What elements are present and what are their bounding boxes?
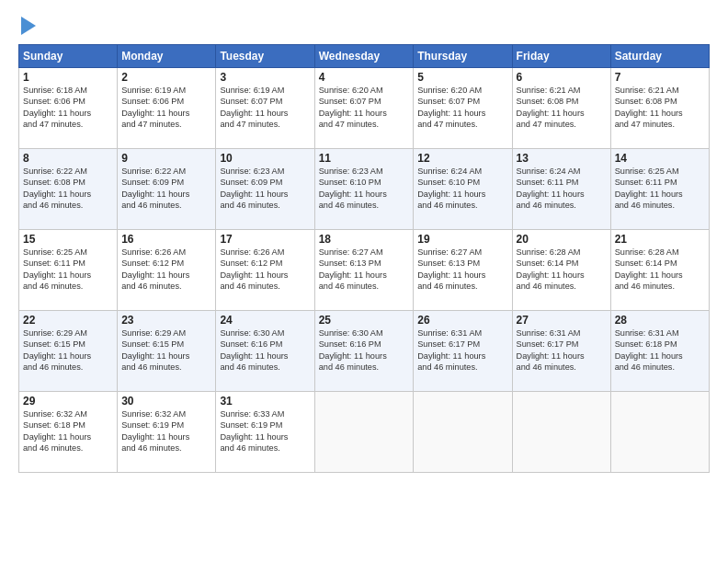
day-info: Sunrise: 6:29 AM Sunset: 6:15 PM Dayligh…: [23, 327, 113, 373]
day-number: 31: [220, 395, 310, 408]
day-info: Sunrise: 6:28 AM Sunset: 6:14 PM Dayligh…: [615, 247, 705, 293]
calendar-cell: 1Sunrise: 6:18 AM Sunset: 6:06 PM Daylig…: [19, 68, 118, 149]
logo: [18, 17, 36, 35]
day-number: 16: [121, 233, 211, 246]
day-number: 13: [517, 152, 607, 165]
day-number: 24: [220, 314, 310, 327]
calendar-cell: 2Sunrise: 6:19 AM Sunset: 6:06 PM Daylig…: [118, 68, 216, 149]
day-number: 14: [615, 152, 705, 165]
calendar-cell: [512, 392, 610, 473]
header: [18, 17, 710, 35]
day-info: Sunrise: 6:32 AM Sunset: 6:19 PM Dayligh…: [121, 408, 211, 454]
calendar-cell: 13Sunrise: 6:24 AM Sunset: 6:11 PM Dayli…: [512, 149, 610, 230]
weekday-tuesday: Tuesday: [216, 45, 314, 68]
day-number: 15: [23, 233, 113, 246]
calendar-cell: 26Sunrise: 6:31 AM Sunset: 6:17 PM Dayli…: [414, 311, 512, 392]
calendar-cell: 25Sunrise: 6:30 AM Sunset: 6:16 PM Dayli…: [314, 311, 414, 392]
weekday-saturday: Saturday: [610, 45, 709, 68]
week-row-3: 15Sunrise: 6:25 AM Sunset: 6:11 PM Dayli…: [19, 230, 710, 311]
day-number: 5: [417, 71, 507, 84]
week-row-2: 8Sunrise: 6:22 AM Sunset: 6:08 PM Daylig…: [19, 149, 710, 230]
day-info: Sunrise: 6:23 AM Sunset: 6:10 PM Dayligh…: [319, 166, 410, 212]
calendar-cell: 11Sunrise: 6:23 AM Sunset: 6:10 PM Dayli…: [314, 149, 414, 230]
week-row-5: 29Sunrise: 6:32 AM Sunset: 6:18 PM Dayli…: [19, 392, 710, 473]
calendar-cell: 22Sunrise: 6:29 AM Sunset: 6:15 PM Dayli…: [19, 311, 118, 392]
calendar-cell: 16Sunrise: 6:26 AM Sunset: 6:12 PM Dayli…: [118, 230, 216, 311]
calendar-cell: 9Sunrise: 6:22 AM Sunset: 6:09 PM Daylig…: [118, 149, 216, 230]
day-number: 18: [319, 233, 410, 246]
day-info: Sunrise: 6:27 AM Sunset: 6:13 PM Dayligh…: [417, 247, 507, 293]
day-number: 10: [220, 152, 310, 165]
weekday-sunday: Sunday: [19, 45, 118, 68]
day-info: Sunrise: 6:26 AM Sunset: 6:12 PM Dayligh…: [220, 247, 310, 293]
calendar-cell: 19Sunrise: 6:27 AM Sunset: 6:13 PM Dayli…: [414, 230, 512, 311]
day-info: Sunrise: 6:28 AM Sunset: 6:14 PM Dayligh…: [517, 247, 607, 293]
weekday-thursday: Thursday: [414, 45, 512, 68]
weekday-friday: Friday: [512, 45, 610, 68]
day-number: 17: [220, 233, 310, 246]
day-number: 2: [121, 71, 211, 84]
weekday-monday: Monday: [118, 45, 216, 68]
day-info: Sunrise: 6:22 AM Sunset: 6:08 PM Dayligh…: [23, 166, 113, 212]
calendar-cell: 29Sunrise: 6:32 AM Sunset: 6:18 PM Dayli…: [19, 392, 118, 473]
day-info: Sunrise: 6:21 AM Sunset: 6:08 PM Dayligh…: [517, 85, 607, 131]
week-row-4: 22Sunrise: 6:29 AM Sunset: 6:15 PM Dayli…: [19, 311, 710, 392]
calendar-cell: 10Sunrise: 6:23 AM Sunset: 6:09 PM Dayli…: [216, 149, 314, 230]
calendar-cell: 7Sunrise: 6:21 AM Sunset: 6:08 PM Daylig…: [610, 68, 709, 149]
calendar-cell: 30Sunrise: 6:32 AM Sunset: 6:19 PM Dayli…: [118, 392, 216, 473]
day-info: Sunrise: 6:33 AM Sunset: 6:19 PM Dayligh…: [220, 408, 310, 454]
day-number: 23: [121, 314, 211, 327]
calendar-cell: 14Sunrise: 6:25 AM Sunset: 6:11 PM Dayli…: [610, 149, 709, 230]
day-info: Sunrise: 6:27 AM Sunset: 6:13 PM Dayligh…: [319, 247, 410, 293]
day-number: 4: [319, 71, 410, 84]
calendar-cell: 18Sunrise: 6:27 AM Sunset: 6:13 PM Dayli…: [314, 230, 414, 311]
calendar-cell: [610, 392, 709, 473]
day-number: 30: [121, 395, 211, 408]
day-number: 7: [615, 71, 705, 84]
weekday-header-row: SundayMondayTuesdayWednesdayThursdayFrid…: [19, 45, 710, 68]
calendar-cell: 6Sunrise: 6:21 AM Sunset: 6:08 PM Daylig…: [512, 68, 610, 149]
day-number: 27: [517, 314, 607, 327]
day-number: 11: [319, 152, 410, 165]
calendar-cell: 21Sunrise: 6:28 AM Sunset: 6:14 PM Dayli…: [610, 230, 709, 311]
calendar-cell: 28Sunrise: 6:31 AM Sunset: 6:18 PM Dayli…: [610, 311, 709, 392]
calendar-cell: [314, 392, 414, 473]
day-info: Sunrise: 6:20 AM Sunset: 6:07 PM Dayligh…: [417, 85, 507, 131]
day-number: 19: [417, 233, 507, 246]
weekday-wednesday: Wednesday: [314, 45, 414, 68]
day-number: 3: [220, 71, 310, 84]
day-number: 1: [23, 71, 113, 84]
day-number: 8: [23, 152, 113, 165]
calendar-cell: 17Sunrise: 6:26 AM Sunset: 6:12 PM Dayli…: [216, 230, 314, 311]
day-info: Sunrise: 6:22 AM Sunset: 6:09 PM Dayligh…: [121, 166, 211, 212]
day-number: 26: [417, 314, 507, 327]
calendar-cell: 4Sunrise: 6:20 AM Sunset: 6:07 PM Daylig…: [314, 68, 414, 149]
calendar-cell: 8Sunrise: 6:22 AM Sunset: 6:08 PM Daylig…: [19, 149, 118, 230]
day-info: Sunrise: 6:31 AM Sunset: 6:18 PM Dayligh…: [615, 327, 705, 373]
day-info: Sunrise: 6:24 AM Sunset: 6:11 PM Dayligh…: [517, 166, 607, 212]
day-info: Sunrise: 6:30 AM Sunset: 6:16 PM Dayligh…: [319, 327, 410, 373]
day-info: Sunrise: 6:18 AM Sunset: 6:06 PM Dayligh…: [23, 85, 113, 131]
calendar-cell: 15Sunrise: 6:25 AM Sunset: 6:11 PM Dayli…: [19, 230, 118, 311]
page: SundayMondayTuesdayWednesdayThursdayFrid…: [0, 0, 728, 563]
calendar-cell: 24Sunrise: 6:30 AM Sunset: 6:16 PM Dayli…: [216, 311, 314, 392]
day-number: 22: [23, 314, 113, 327]
day-number: 12: [417, 152, 507, 165]
day-info: Sunrise: 6:30 AM Sunset: 6:16 PM Dayligh…: [220, 327, 310, 373]
day-number: 21: [615, 233, 705, 246]
calendar-cell: 31Sunrise: 6:33 AM Sunset: 6:19 PM Dayli…: [216, 392, 314, 473]
day-info: Sunrise: 6:25 AM Sunset: 6:11 PM Dayligh…: [615, 166, 705, 212]
day-number: 6: [517, 71, 607, 84]
calendar-cell: 5Sunrise: 6:20 AM Sunset: 6:07 PM Daylig…: [414, 68, 512, 149]
calendar-cell: 20Sunrise: 6:28 AM Sunset: 6:14 PM Dayli…: [512, 230, 610, 311]
day-info: Sunrise: 6:24 AM Sunset: 6:10 PM Dayligh…: [417, 166, 507, 212]
calendar-cell: [414, 392, 512, 473]
day-info: Sunrise: 6:29 AM Sunset: 6:15 PM Dayligh…: [121, 327, 211, 373]
day-info: Sunrise: 6:19 AM Sunset: 6:07 PM Dayligh…: [220, 85, 310, 131]
day-number: 9: [121, 152, 211, 165]
day-info: Sunrise: 6:32 AM Sunset: 6:18 PM Dayligh…: [23, 408, 113, 454]
day-number: 28: [615, 314, 705, 327]
calendar: SundayMondayTuesdayWednesdayThursdayFrid…: [18, 44, 710, 473]
day-info: Sunrise: 6:23 AM Sunset: 6:09 PM Dayligh…: [220, 166, 310, 212]
day-number: 29: [23, 395, 113, 408]
